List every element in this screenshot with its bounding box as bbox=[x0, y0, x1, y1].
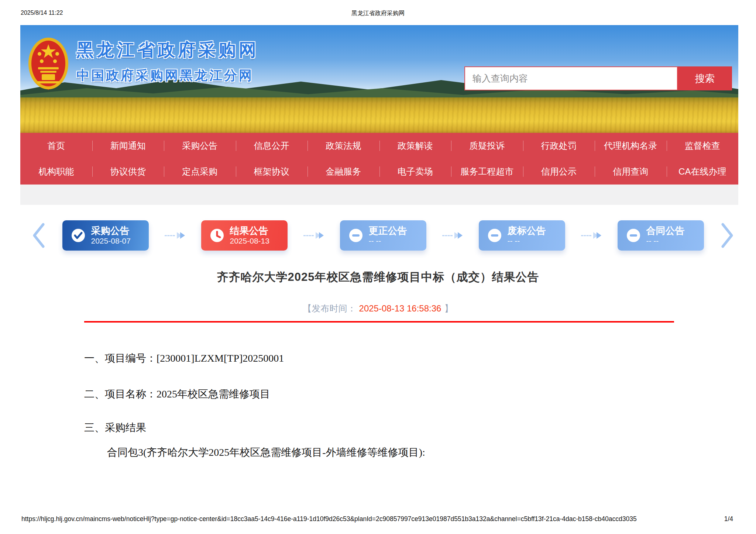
red-divider bbox=[84, 321, 674, 323]
site-titles: 黑龙江省政府采购网 中国政府采购网黑龙江分网 bbox=[76, 38, 259, 84]
timeline-step-label: 采购公告 bbox=[91, 225, 131, 236]
search-input[interactable] bbox=[464, 66, 678, 90]
timeline-step-contract-notice[interactable]: 合同公告 -- -- bbox=[618, 220, 704, 251]
minus-circle-icon bbox=[626, 228, 640, 242]
paragraph-contract-package: 合同包3(齐齐哈尔大学2025年校区急需维修项目-外墙维修等维修项目): bbox=[84, 445, 675, 459]
publish-time-value: 2025-08-13 16:58:36 bbox=[356, 303, 444, 313]
minus-circle-icon bbox=[488, 228, 502, 242]
timeline-step-correction-notice[interactable]: 更正公告 -- -- bbox=[340, 220, 426, 251]
content-top-strip bbox=[20, 185, 738, 205]
minus-circle-icon bbox=[349, 228, 363, 242]
chevron-left-icon[interactable] bbox=[31, 222, 46, 249]
publish-time-label: 【发布时间： bbox=[303, 303, 356, 313]
timeline-step-label: 合同公告 bbox=[646, 225, 685, 236]
nav-item-procurement-notices[interactable]: 采购公告 bbox=[164, 133, 236, 159]
site-title: 黑龙江省政府采购网 bbox=[76, 38, 259, 62]
paragraph-procurement-result: 三、采购结果 bbox=[84, 421, 675, 435]
search-button[interactable]: 搜索 bbox=[678, 66, 732, 90]
timeline-arrow-icon bbox=[165, 232, 185, 239]
nav-row-2: 机构职能 协议供货 定点采购 框架协议 金融服务 电子卖场 服务工程超市 信用公… bbox=[20, 159, 738, 185]
nav-item-agreement-supply[interactable]: 协议供货 bbox=[92, 159, 164, 185]
print-header: 2025/8/14 11:22 黑龙江省政府采购网 bbox=[0, 10, 756, 18]
national-emblem-logo bbox=[27, 35, 70, 98]
timeline-step-procurement-notice[interactable]: 采购公告 2025-08-07 bbox=[62, 220, 149, 251]
nav-item-supervision[interactable]: 监督检查 bbox=[667, 133, 739, 159]
page: 2025/8/14 11:22 黑龙江省政府采购网 黑龙江省政府采购网 中国政 bbox=[0, 0, 756, 534]
article-title: 齐齐哈尔大学2025年校区急需维修项目中标（成交）结果公告 bbox=[0, 269, 756, 285]
nav-item-fixed-point[interactable]: 定点采购 bbox=[164, 159, 236, 185]
nav-item-credit-publicity[interactable]: 信用公示 bbox=[523, 159, 595, 185]
notice-timeline: 采购公告 2025-08-07 结果公告 2025-08-13 bbox=[31, 217, 735, 254]
article-body: 一、项目编号：[230001]LZXM[TP]20250001 二、项目名称：2… bbox=[84, 351, 675, 459]
site-banner: 黑龙江省政府采购网 中国政府采购网黑龙江分网 搜索 bbox=[20, 25, 738, 133]
paragraph-project-number: 一、项目编号：[230001]LZXM[TP]20250001 bbox=[84, 351, 675, 365]
timeline-arrow-icon bbox=[442, 232, 463, 239]
timeline-step-date: 2025-08-13 bbox=[230, 236, 269, 246]
paragraph-project-name: 二、项目名称：2025年校区急需维修项目 bbox=[84, 387, 675, 401]
timeline-step-date: -- -- bbox=[508, 236, 546, 246]
print-page-title: 黑龙江省政府采购网 bbox=[0, 10, 756, 17]
nav-item-info-disclosure[interactable]: 信息公开 bbox=[236, 133, 308, 159]
nav-item-finance[interactable]: 金融服务 bbox=[307, 159, 379, 185]
timeline-step-label: 更正公告 bbox=[369, 225, 407, 236]
nav-item-framework[interactable]: 框架协议 bbox=[236, 159, 308, 185]
nav-item-home[interactable]: 首页 bbox=[20, 133, 92, 159]
timeline-step-date: -- -- bbox=[646, 236, 685, 246]
nav-item-emall[interactable]: 电子卖场 bbox=[379, 159, 451, 185]
print-url: https://hljcg.hlj.gov.cn/maincms-web/not… bbox=[21, 515, 637, 523]
timeline-step-label: 废标公告 bbox=[508, 225, 546, 236]
print-footer: https://hljcg.hlj.gov.cn/maincms-web/not… bbox=[0, 515, 756, 524]
main-nav: 首页 新闻通知 采购公告 信息公开 政策法规 政策解读 质疑投诉 行政处罚 代理… bbox=[20, 133, 738, 185]
nav-item-news[interactable]: 新闻通知 bbox=[92, 133, 164, 159]
timeline-step-result-notice[interactable]: 结果公告 2025-08-13 bbox=[201, 220, 288, 251]
publish-time-close-bracket: 】 bbox=[444, 303, 453, 313]
timeline-arrow-icon bbox=[303, 232, 324, 239]
search-bar: 搜索 bbox=[464, 66, 732, 90]
print-page-number: 1/4 bbox=[724, 515, 733, 523]
timeline-step-cancellation-notice[interactable]: 废标公告 -- -- bbox=[479, 220, 565, 251]
publish-time-line: 【发布时间：2025-08-13 16:58:36】 bbox=[0, 303, 756, 314]
nav-row-1: 首页 新闻通知 采购公告 信息公开 政策法规 政策解读 质疑投诉 行政处罚 代理… bbox=[20, 133, 738, 159]
nav-item-policy-interpretation[interactable]: 政策解读 bbox=[379, 133, 451, 159]
chevron-right-icon[interactable] bbox=[720, 222, 735, 249]
nav-item-agency-directory[interactable]: 代理机构名录 bbox=[595, 133, 667, 159]
nav-item-complaints[interactable]: 质疑投诉 bbox=[451, 133, 523, 159]
nav-item-credit-query[interactable]: 信用查询 bbox=[595, 159, 667, 185]
check-circle-icon bbox=[71, 228, 85, 242]
site-subtitle: 中国政府采购网黑龙江分网 bbox=[76, 67, 259, 84]
nav-item-service-market[interactable]: 服务工程超市 bbox=[451, 159, 523, 185]
timeline-step-date: 2025-08-07 bbox=[91, 236, 131, 246]
timeline-arrow-icon bbox=[581, 232, 601, 239]
nav-item-functions[interactable]: 机构职能 bbox=[20, 159, 92, 185]
nav-item-policies[interactable]: 政策法规 bbox=[307, 133, 379, 159]
clock-icon bbox=[210, 228, 224, 242]
timeline-step-date: -- -- bbox=[369, 236, 407, 246]
nav-item-admin-penalties[interactable]: 行政处罚 bbox=[523, 133, 595, 159]
timeline-step-label: 结果公告 bbox=[230, 225, 269, 236]
nav-item-ca-online[interactable]: CA在线办理 bbox=[667, 159, 739, 185]
banner-rice-field bbox=[20, 97, 738, 133]
